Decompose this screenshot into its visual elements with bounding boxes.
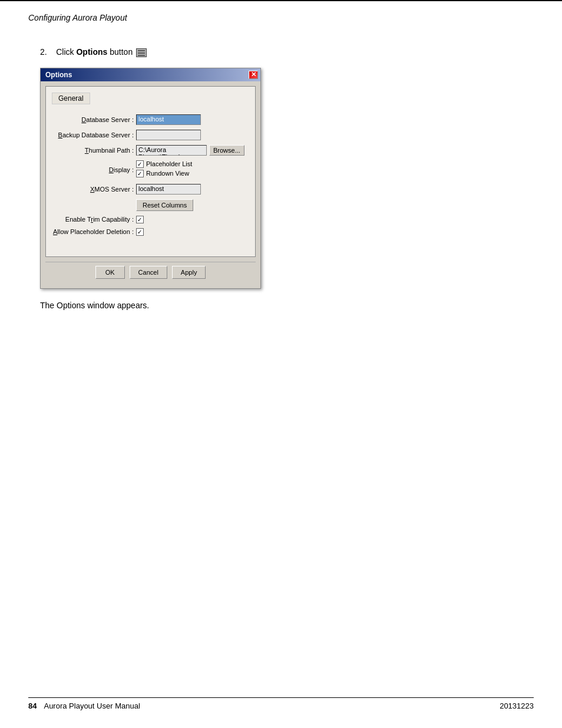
database-server-row: Database Server : localhost [52, 114, 249, 126]
dialog-close-button[interactable]: ✕ [249, 71, 258, 79]
form-fields: Database Server : localhost Backup Datab… [52, 110, 249, 251]
thumbnail-path-input[interactable]: C:\Aurora Playout\Thumbna [136, 145, 207, 156]
footer-product: Aurora Playout User Manual [44, 701, 140, 710]
footer-left: 84 Aurora Playout User Manual [28, 701, 140, 710]
allow-placeholder-checkbox[interactable]: ✓ [136, 228, 144, 236]
reset-columns-button[interactable]: Reset Columns [136, 199, 193, 211]
content-area: 2. Click Options button Options ✕ Genera… [28, 47, 534, 310]
rundown-view-row: ✓ Rundown View [136, 170, 248, 177]
page-title: Configuring Aurora Playout [28, 13, 127, 22]
dialog-title: Options [43, 71, 72, 79]
dialog-footer: OK Cancel Apply [45, 262, 256, 284]
allow-placeholder-row: Allow Placeholder Deletion : ✓ [52, 228, 249, 236]
allow-placeholder-field[interactable]: ✓ [135, 228, 249, 236]
footer-page-number: 84 [28, 701, 37, 710]
placeholder-list-row: ✓ Placeholder List [136, 160, 248, 168]
svg-rect-1 [138, 52, 145, 54]
options-dialog: Options ✕ General Database Server : loca… [40, 68, 261, 289]
database-server-label: Database Server : [52, 114, 135, 126]
placeholder-list-label: Placeholder List [146, 160, 192, 167]
placeholder-list-checkbox[interactable]: ✓ [136, 160, 144, 168]
apply-button[interactable]: Apply [172, 266, 206, 279]
display-row: Display : ✓ Placeholder List ✓ Rundown V… [52, 160, 249, 180]
page-footer: 84 Aurora Playout User Manual 20131223 [28, 697, 534, 710]
reset-columns-row: Reset Columns [52, 199, 249, 212]
reset-columns-spacer [52, 199, 135, 212]
display-label: Display : [52, 160, 135, 180]
backup-server-input[interactable] [136, 130, 201, 140]
database-server-field[interactable]: localhost [135, 114, 249, 126]
allow-placeholder-label: Allow Placeholder Deletion : [52, 228, 135, 236]
database-server-input[interactable]: localhost [136, 114, 201, 125]
dialog-body: General Database Server : localhost [41, 81, 260, 288]
spacer-row [52, 240, 249, 247]
options-icon [136, 48, 147, 57]
step-instruction: 2. Click Options button [40, 47, 534, 57]
xmos-server-input[interactable]: localhost [136, 184, 201, 195]
enable-trim-checkbox[interactable]: ✓ [136, 216, 144, 223]
xmos-server-label: XMOS Server : [52, 183, 135, 195]
backup-server-row: Backup Database Server : [52, 129, 249, 141]
thumbnail-path-row: Thumbnail Path : C:\Aurora Playout\Thumb… [52, 144, 249, 156]
cancel-button[interactable]: Cancel [130, 266, 167, 279]
dialog-titlebar: Options ✕ [41, 68, 260, 81]
backup-server-label: Backup Database Server : [52, 129, 135, 141]
reset-columns-cell[interactable]: Reset Columns [135, 199, 249, 212]
general-tab-panel: General Database Server : localhost [45, 86, 256, 257]
enable-trim-row: Enable Trim Capability : ✓ [52, 215, 249, 224]
backup-server-field[interactable] [135, 129, 249, 141]
thumbnail-path-label: Thumbnail Path : [52, 144, 135, 156]
general-tab[interactable]: General [52, 93, 90, 104]
svg-rect-0 [138, 50, 145, 51]
step-prefix: Click [56, 47, 76, 57]
browse-button[interactable]: Browse... [209, 145, 244, 156]
display-checkboxes: ✓ Placeholder List ✓ Rundown View [135, 160, 249, 180]
enable-trim-field[interactable]: ✓ [135, 215, 249, 224]
step-suffix: button [107, 47, 133, 57]
footer-date: 20131223 [500, 701, 534, 710]
ok-button[interactable]: OK [95, 266, 125, 279]
description-text: The Options window appears. [40, 301, 534, 310]
rundown-view-label: Rundown View [146, 170, 189, 177]
svg-rect-2 [138, 55, 145, 56]
step-number: 2. [40, 47, 47, 57]
top-border [0, 0, 562, 1]
step-button-label: Options [76, 47, 107, 57]
thumbnail-path-field[interactable]: C:\Aurora Playout\Thumbna Browse... [135, 144, 249, 156]
rundown-view-checkbox[interactable]: ✓ [136, 170, 144, 177]
enable-trim-label: Enable Trim Capability : [52, 215, 135, 224]
xmos-server-row: XMOS Server : localhost [52, 183, 249, 195]
xmos-server-field[interactable]: localhost [135, 183, 249, 195]
